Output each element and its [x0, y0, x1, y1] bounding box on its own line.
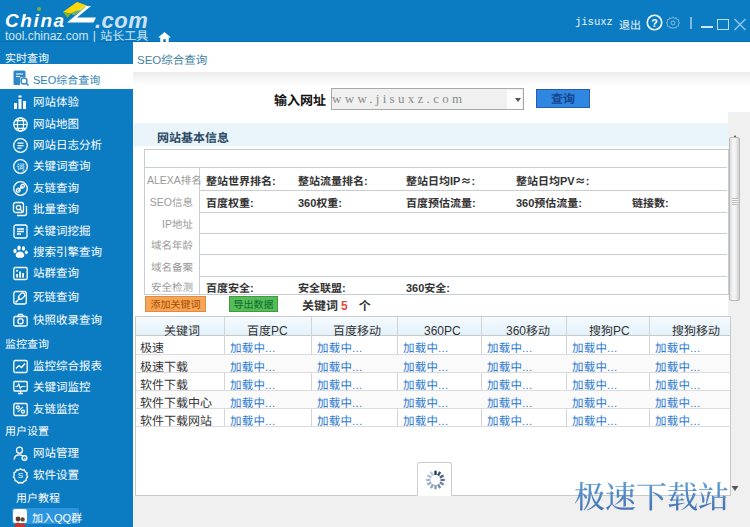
svg-text:S: S [18, 469, 23, 480]
svg-text:词: 词 [17, 161, 25, 172]
svg-text:+: + [23, 455, 26, 461]
svg-text:?: ? [651, 15, 657, 30]
